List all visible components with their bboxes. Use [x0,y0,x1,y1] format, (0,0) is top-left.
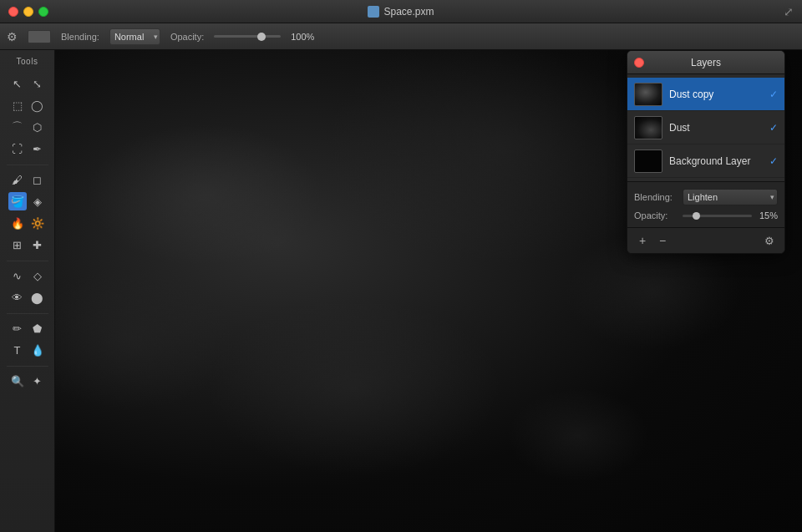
transform-tool[interactable]: ⤡ [28,74,47,93]
expand-button[interactable]: ⤢ [784,5,794,18]
opacity-label: Opacity: [170,32,204,42]
opacity-row: Opacity: 15% [634,210,778,220]
tool-row-2: ⬚ ◯ [8,96,47,114]
lasso-tool[interactable]: ⌒ [8,118,27,136]
traffic-lights [8,7,48,17]
opacity-value: 100% [291,32,314,42]
layer-item-dust[interactable]: Dust ✓ [627,111,784,144]
brush-tool[interactable]: 🖌 [8,170,27,189]
paint-bucket-tool[interactable]: 🪣 [8,192,27,210]
hand-tool[interactable]: ✦ [28,372,47,390]
tool-row-3: ⌒ ⬡ [8,118,47,136]
text-tool[interactable]: T [8,341,27,359]
remove-layer-button[interactable]: − [654,232,671,249]
color-swatch[interactable] [28,30,51,43]
window-title: Space.pxm [368,6,434,18]
blend-label: Blending: [634,192,678,202]
tool-row-8: ⊞ ✚ [8,236,47,254]
tools-panel: Tools ↖ ⤡ ⬚ ◯ ⌒ ⬡ ⛶ ✒ 🖌 ◻ 🪣 ◈ 🔥 🔆 [0,50,55,532]
tool-row-12: T 💧 [8,341,47,359]
blend-row: Blending: Normal Multiply Screen Overlay… [634,189,778,205]
layers-title: Layers [691,57,721,68]
layers-list: Dust copy ✓ Dust ✓ Background Layer ✓ [627,74,784,181]
layer-name-dust: Dust [669,122,763,134]
opacity-label: Opacity: [634,210,678,220]
tool-row-6: 🪣 ◈ [8,192,47,210]
blend-select-wrap: Normal Multiply Screen Overlay Lighten D… [683,189,778,205]
eye-tool[interactable]: 👁 [8,288,27,307]
layer-item-dust-copy[interactable]: Dust copy ✓ [627,78,784,111]
tool-row-5: 🖌 ◻ [8,170,47,189]
layer-visibility-dust[interactable]: ✓ [769,122,778,134]
tool-divider-3 [7,313,48,314]
opacity-slider[interactable] [214,35,281,38]
opacity-slider-thumb [693,212,700,220]
rect-select-tool[interactable]: ⬚ [8,96,27,114]
main-area: Tools ↖ ⤡ ⬚ ◯ ⌒ ⬡ ⛶ ✒ 🖌 ◻ 🪣 ◈ 🔥 🔆 [0,50,802,532]
blend-select[interactable]: Normal Multiply Screen Overlay Lighten D… [683,189,778,205]
move-tool[interactable]: ↖ [8,74,27,93]
opacity-slider-thumb [257,33,266,41]
layers-footer: Blending: Normal Multiply Screen Overlay… [627,181,784,227]
toolbar: ⚙ Blending: Normal Multiply Screen Overl… [0,23,802,50]
eyedropper-tool[interactable]: ✒ [28,139,47,158]
sharpen-tool[interactable]: ◇ [28,266,47,285]
layer-thumb-dust-copy [634,83,662,106]
dodge-tool[interactable]: 🔆 [28,214,47,232]
title-bar: Space.pxm ⤢ [0,0,802,23]
opacity-value: 15% [757,210,778,220]
gear-icon[interactable]: ⚙ [7,30,18,43]
tool-divider-4 [7,366,48,367]
maximize-button[interactable] [38,7,48,17]
tool-row-7: 🔥 🔆 [8,214,47,232]
layers-panel: Layers Dust copy ✓ Dust ✓ Background Lay… [627,50,785,254]
shape-tool[interactable]: ⬟ [28,319,47,337]
tools-title: Tools [17,57,38,66]
burn-tool[interactable]: 🔥 [8,214,27,232]
pen-tool[interactable]: ✏ [8,319,27,337]
add-layer-button[interactable]: + [634,232,651,249]
tool-divider-1 [7,165,48,165]
ellipse-select-tool[interactable]: ◯ [28,96,47,114]
layer-thumb-dust [634,116,662,139]
close-button[interactable] [8,7,18,17]
layer-thumb-background [634,149,662,173]
blending-select[interactable]: Normal Multiply Screen Overlay Lighten D… [109,28,160,45]
tool-row-4: ⛶ ✒ [8,139,47,158]
layer-visibility-background[interactable]: ✓ [769,155,778,167]
smudge-tool[interactable]: ∿ [8,266,27,285]
eraser-tool[interactable]: ◻ [28,170,47,189]
layer-item-background[interactable]: Background Layer ✓ [627,144,784,178]
file-icon [368,6,379,18]
layers-close-button[interactable] [634,58,644,68]
opacity-slider[interactable] [683,215,752,217]
blending-select-wrap: Normal Multiply Screen Overlay Lighten D… [109,28,160,45]
tool-row-13: 🔍 ✦ [8,372,47,390]
heal-tool[interactable]: ✚ [28,236,47,254]
layer-visibility-dust-copy[interactable]: ✓ [769,89,778,100]
magic-wand-tool[interactable]: ⬡ [28,118,47,136]
layer-name-background: Background Layer [669,155,763,167]
clone-tool[interactable]: ⊞ [8,236,27,254]
crop-tool[interactable]: ⛶ [8,139,27,158]
zoom-tool[interactable]: 🔍 [8,372,27,390]
layer-settings-button[interactable]: ⚙ [761,232,778,249]
blur-tool[interactable]: ⬤ [28,288,47,307]
tool-row-10: 👁 ⬤ [8,288,47,307]
layer-name-dust-copy: Dust copy [669,89,763,100]
gradient-tool[interactable]: ◈ [28,192,47,210]
minimize-button[interactable] [23,7,33,17]
tool-divider-2 [7,261,48,261]
tool-row-9: ∿ ◇ [8,266,47,285]
tool-row-1: ↖ ⤡ [8,74,47,93]
blending-label: Blending: [61,32,99,42]
tool-row-11: ✏ ⬟ [8,319,47,337]
water-tool[interactable]: 💧 [28,341,47,359]
layer-actions: + − ⚙ [627,227,784,253]
layers-header: Layers [627,51,784,74]
